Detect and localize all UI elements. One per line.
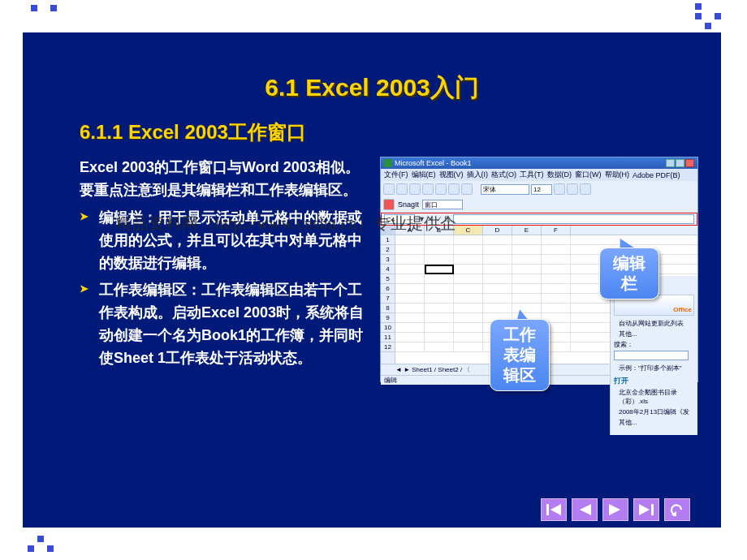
formula-bar-highlight: C4 ▼ ✕ ✓ fx [381,213,697,226]
menu-format[interactable]: 格式(O) [491,170,516,180]
row-7[interactable]: 7 [381,294,395,304]
menu-data[interactable]: 数据(D) [547,170,572,180]
bullet-formula-bar: 编辑栏：用于显示活动单元格中的数据或使用的公式，并且可以在其中对单元格中的数据进… [80,207,372,275]
nav-prev-button[interactable] [572,498,598,521]
slide-subtitle: 6.1.1 Excel 2003工作窗口 [23,105,721,145]
formula-input[interactable] [453,214,694,224]
open-icon[interactable] [396,183,408,195]
tp-open3[interactable]: 其他... [619,418,694,427]
save-icon[interactable] [409,183,421,195]
svg-rect-0 [546,504,549,515]
tp-other1[interactable]: 其他... [619,330,694,338]
tp-example: 示例："打印多个副本" [619,364,694,373]
nav-buttons [541,498,690,521]
app-title: Microsoft Excel - Book1 [395,159,472,167]
underline-icon[interactable] [580,183,591,195]
tp-open2[interactable]: 2008年2月13日编辑《发 [619,407,694,416]
menu-help[interactable]: 帮助(H) [605,170,630,180]
sheet-tab-list[interactable]: ◄ ► Sheet1 / Sheet2 / 〈 [395,365,470,374]
row-9[interactable]: 9 [381,313,395,323]
minimize-icon[interactable] [666,159,675,167]
name-box[interactable]: C4 [384,214,415,224]
nav-next-button[interactable] [602,498,628,521]
col-c[interactable]: C [454,226,483,235]
excel-titlebar: Microsoft Excel - Book1 [381,157,697,169]
tp-open-header: 打开 [614,376,694,386]
cut-icon[interactable] [435,183,447,195]
slide-title: 6.1 Excel 2003入门 [23,32,721,105]
new-icon[interactable] [383,183,395,195]
excel-toolbar-standard: 宋体 12 [381,181,697,197]
callout-formula-bar: 编辑栏 [599,248,659,299]
fontsize-select[interactable]: 12 [531,184,552,195]
excel-toolbar-snagit: SnagIt 窗口 [381,197,697,212]
illustration-column: Microsoft Excel - Book1 文件(F) 编辑(E) 视图(V… [372,157,721,375]
maximize-icon[interactable] [676,159,684,167]
deco-top [0,0,747,19]
svg-marker-3 [609,504,620,515]
tp-open1[interactable]: 北京金企鹅图书目录（彩）.xls [619,388,694,406]
svg-marker-1 [551,504,561,515]
task-pane: 开始工作 ▾ Office 自动从网站更新此列表 其他... 搜索： 示例："打… [610,276,697,435]
row-4[interactable]: 4 [381,265,395,274]
col-e[interactable]: E [512,226,542,235]
row-8[interactable]: 8 [381,304,395,313]
row-2[interactable]: 2 [381,245,395,255]
active-cell-c4[interactable] [425,265,454,274]
row-6[interactable]: 6 [381,284,395,294]
tp-search-input[interactable] [614,351,689,360]
menu-edit[interactable]: 编辑(E) [412,170,436,180]
snagit-target[interactable]: 窗口 [422,200,463,209]
tp-search-label: 搜索： [614,340,694,349]
bullet-worksheet-area: 工作表编辑区：工作表编辑区由若干个工作表构成。启动Excel 2003时，系统将… [80,279,372,370]
nav-last-button[interactable] [633,498,659,521]
bold-icon[interactable] [554,183,565,195]
row-headers: 1 2 3 4 5 6 7 8 9 10 11 12 [381,226,395,364]
menu-adobe[interactable]: Adobe PDF(B) [633,171,680,179]
svg-marker-2 [580,504,591,515]
deco-bottom [0,531,747,558]
svg-rect-5 [651,504,654,515]
copy-icon[interactable] [448,183,460,195]
nav-first-button[interactable] [541,498,567,521]
col-headers: A B C D E F [395,226,697,235]
row-3[interactable]: 3 [381,255,395,265]
row-1[interactable]: 1 [381,235,395,245]
app-icon [384,159,392,167]
menu-window[interactable]: 窗口(W) [575,170,602,180]
snagit-label: SnagIt [398,200,419,209]
excel-menubar: 文件(F) 编辑(E) 视图(V) 插入(I) 格式(O) 工具(T) 数据(D… [381,169,697,181]
paste-icon[interactable] [461,183,473,195]
font-select[interactable]: 宋体 [481,184,529,195]
row-10[interactable]: 10 [381,323,395,333]
office-logo: Office [673,306,692,313]
text-column: Excel 2003的工作窗口与Word 2003相似。要重点注意到是其编辑栏和… [23,157,372,375]
italic-icon[interactable] [567,183,578,195]
status-left: 编辑 [384,376,397,385]
snagit-icon[interactable] [383,199,395,210]
row-12[interactable]: 12 [381,342,395,352]
svg-marker-4 [639,504,650,515]
col-f[interactable]: F [542,226,571,235]
tp-update[interactable]: 自动从网站更新此列表 [619,319,694,328]
paragraph-intro: Excel 2003的工作窗口与Word 2003相似。要重点注意到是其编辑栏和… [80,157,372,202]
nav-return-button[interactable] [664,498,690,521]
row-11[interactable]: 11 [381,333,395,342]
menu-file[interactable]: 文件(F) [384,170,408,180]
fx-controls[interactable]: ▼ ✕ ✓ fx [418,215,450,223]
close-icon[interactable] [685,159,694,167]
menu-view[interactable]: 视图(V) [439,170,464,180]
col-b[interactable]: B [425,226,454,235]
slide: 6.1 Excel 2003入门 6.1.1 Excel 2003工作窗口 Ex… [23,32,721,528]
callout-worksheet-area: 工作表编辑区 [490,319,550,391]
menu-insert[interactable]: 插入(I) [467,170,489,180]
print-icon[interactable] [422,183,434,195]
col-d[interactable]: D [483,226,512,235]
row-5[interactable]: 5 [381,274,395,284]
menu-tools[interactable]: 工具(T) [520,170,544,180]
col-a[interactable]: A [395,226,425,235]
